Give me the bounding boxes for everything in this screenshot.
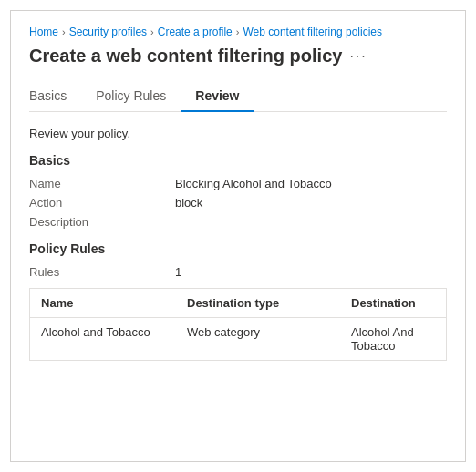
field-name-value: Blocking Alcohol and Tobacco	[175, 177, 447, 190]
col-header-destination-type: Destination type	[187, 296, 351, 310]
breadcrumb-sep-1: ›	[62, 26, 66, 37]
review-content: Review your policy. Basics Name Blocking…	[29, 127, 447, 361]
field-action-label: Action	[29, 196, 175, 210]
field-name: Name Blocking Alcohol and Tobacco	[29, 177, 447, 190]
more-options-button[interactable]: ···	[349, 48, 367, 65]
breadcrumb: Home › Security profiles › Create a prof…	[29, 26, 447, 38]
policy-rules-section-title: Policy Rules	[29, 241, 447, 256]
rules-count: 1	[175, 265, 181, 279]
tab-review[interactable]: Review	[181, 81, 254, 112]
breadcrumb-web-content[interactable]: Web content filtering policies	[243, 26, 382, 38]
breadcrumb-security-profiles[interactable]: Security profiles	[69, 26, 147, 38]
rules-row: Rules 1	[29, 265, 447, 279]
col-header-name: Name	[41, 296, 187, 310]
breadcrumb-home[interactable]: Home	[29, 26, 58, 38]
table-row: Alcohol and Tobacco Web category Alcohol…	[30, 318, 446, 360]
row-name: Alcohol and Tobacco	[41, 325, 187, 353]
breadcrumb-create-profile[interactable]: Create a profile	[158, 26, 233, 38]
table-header: Name Destination type Destination	[30, 289, 446, 318]
page-title: Create a web content filtering policy	[29, 46, 342, 67]
breadcrumb-sep-2: ›	[150, 26, 154, 37]
col-header-destination: Destination	[351, 296, 435, 310]
breadcrumb-sep-3: ›	[236, 26, 240, 37]
field-description-label: Description	[29, 215, 175, 229]
tab-basics[interactable]: Basics	[29, 81, 81, 112]
field-action-value: block	[175, 196, 447, 210]
rules-label: Rules	[29, 265, 175, 279]
tab-policy-rules[interactable]: Policy Rules	[81, 81, 181, 112]
page-wrapper: Home › Security profiles › Create a prof…	[10, 10, 466, 462]
field-description: Description	[29, 215, 447, 229]
field-action: Action block	[29, 196, 447, 210]
row-destination: Alcohol And Tobacco	[351, 325, 435, 353]
rules-table: Name Destination type Destination Alcoho…	[29, 288, 447, 361]
basics-section-title: Basics	[29, 153, 447, 168]
row-destination-type: Web category	[187, 325, 351, 353]
review-intro: Review your policy.	[29, 127, 447, 140]
field-name-label: Name	[29, 177, 175, 190]
tab-bar: Basics Policy Rules Review	[29, 81, 447, 112]
page-header: Create a web content filtering policy ··…	[29, 46, 447, 67]
